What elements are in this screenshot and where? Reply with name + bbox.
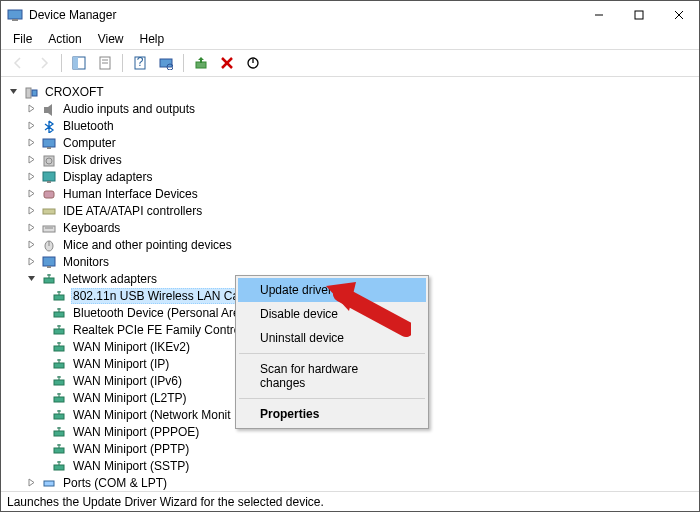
tree-category-label: Human Interface Devices [61,187,200,201]
svg-rect-27 [47,181,51,183]
tree-category[interactable]: Ports (COM & LPT) [7,474,693,491]
tree-category[interactable]: Audio inputs and outputs [7,100,693,117]
tree-category[interactable]: Keyboards [7,219,693,236]
minimize-button[interactable] [579,1,619,29]
tree-root[interactable]: CROXOFT [7,83,693,100]
tree-category[interactable]: Human Interface Devices [7,185,693,202]
tree-category-label: Audio inputs and outputs [61,102,197,116]
window-title: Device Manager [29,8,579,22]
svg-rect-21 [44,107,48,113]
maximize-button[interactable] [619,1,659,29]
tree-category[interactable]: Disk drives [7,151,693,168]
net-icon [41,271,57,287]
svg-rect-45 [54,431,64,436]
statusbar: Launches the Update Driver Wizard for th… [1,491,699,511]
tree-category[interactable]: Bluetooth [7,117,693,134]
tree-category-label: Keyboards [61,221,122,235]
tree-device[interactable]: WAN Miniport (SSTP) [7,457,693,474]
svg-rect-7 [73,57,78,69]
tree-device-label: WAN Miniport (L2TP) [71,391,189,405]
menu-help[interactable]: Help [132,30,173,48]
svg-rect-48 [44,481,54,486]
port-icon [41,475,57,491]
svg-rect-20 [32,90,37,96]
keyboard-icon [41,220,57,236]
disable-button[interactable] [242,52,264,74]
svg-rect-43 [54,397,64,402]
toolbar-separator [61,54,62,72]
chevron-right-icon[interactable] [25,120,37,132]
properties-button[interactable] [94,52,116,74]
uninstall-button[interactable] [216,52,238,74]
chevron-right-icon[interactable] [25,239,37,251]
svg-rect-23 [47,147,51,149]
menu-file[interactable]: File [5,30,40,48]
tree-device-label: WAN Miniport (IPv6) [71,374,184,388]
show-hide-tree-button[interactable] [68,52,90,74]
tree-device-label: Realtek PCIe FE Family Controll [71,323,248,337]
toolbar: ? [1,49,699,77]
svg-rect-30 [43,226,55,232]
net-icon [51,322,67,338]
computer-icon [23,84,39,100]
svg-rect-41 [54,363,64,368]
chevron-down-icon[interactable] [25,273,37,285]
ide-icon [41,203,57,219]
help-button[interactable]: ? [129,52,151,74]
svg-rect-22 [43,139,55,147]
svg-rect-29 [43,209,55,214]
chevron-right-icon[interactable] [25,137,37,149]
svg-text:?: ? [137,56,144,69]
tree-device-label: WAN Miniport (IP) [71,357,171,371]
tree-category[interactable]: Display adapters [7,168,693,185]
computer-icon [41,135,57,151]
context-menu-separator [239,398,425,399]
tree-device-label: WAN Miniport (SSTP) [71,459,191,473]
chevron-down-icon[interactable] [7,86,19,98]
tree-device-label: WAN Miniport (Network Monit [71,408,233,422]
back-button[interactable] [7,52,29,74]
scan-hardware-button[interactable] [155,52,177,74]
context-menu-separator [239,353,425,354]
tree-category[interactable]: Monitors [7,253,693,270]
chevron-right-icon[interactable] [25,222,37,234]
menu-action[interactable]: Action [40,30,89,48]
svg-rect-1 [12,19,18,21]
svg-rect-3 [635,11,643,19]
toolbar-separator [122,54,123,72]
tree-category[interactable]: IDE ATA/ATAPI controllers [7,202,693,219]
close-button[interactable] [659,1,699,29]
chevron-right-icon[interactable] [25,188,37,200]
context-menu-item[interactable]: Update driver [238,278,426,302]
context-menu-item[interactable]: Uninstall device [238,326,426,350]
context-menu-item[interactable]: Disable device [238,302,426,326]
chevron-right-icon[interactable] [25,477,37,489]
chevron-right-icon[interactable] [25,171,37,183]
context-menu-item[interactable]: Properties [238,402,426,426]
speaker-icon [41,101,57,117]
update-driver-button[interactable] [190,52,212,74]
chevron-right-icon[interactable] [25,256,37,268]
chevron-right-icon[interactable] [25,154,37,166]
tree-category-label: Disk drives [61,153,124,167]
tree-category[interactable]: Computer [7,134,693,151]
svg-rect-46 [54,448,64,453]
svg-rect-0 [8,10,22,19]
statusbar-text: Launches the Update Driver Wizard for th… [7,495,324,509]
tree-root-label: CROXOFT [43,85,106,99]
net-icon [51,373,67,389]
chevron-right-icon[interactable] [25,205,37,217]
net-icon [51,458,67,474]
tree-category[interactable]: Mice and other pointing devices [7,236,693,253]
chevron-right-icon[interactable] [25,103,37,115]
menu-view[interactable]: View [90,30,132,48]
tree-category-label: Network adapters [61,272,159,286]
window-controls [579,1,699,29]
svg-rect-13 [160,59,172,67]
context-menu-item[interactable]: Scan for hardware changes [238,357,426,395]
net-icon [51,441,67,457]
forward-button[interactable] [33,52,55,74]
tree-device[interactable]: WAN Miniport (PPTP) [7,440,693,457]
titlebar: Device Manager [1,1,699,29]
svg-rect-28 [44,191,54,198]
